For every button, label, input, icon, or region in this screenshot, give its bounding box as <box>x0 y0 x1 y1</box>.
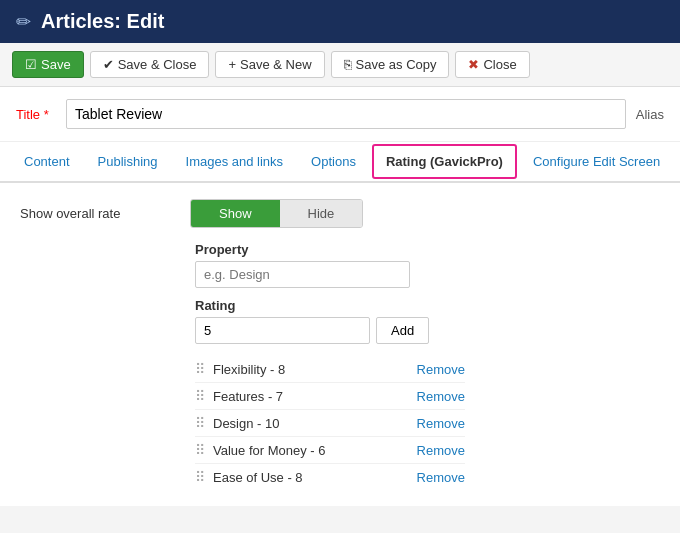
item-text: Design - 10 <box>213 416 417 431</box>
property-label: Property <box>195 242 660 257</box>
item-text: Ease of Use - 8 <box>213 470 417 485</box>
title-label: Title * <box>16 107 56 122</box>
property-rating-section: Property Rating Add ⠿ Flexibility - 8 Re… <box>195 242 660 490</box>
property-input[interactable] <box>195 261 410 288</box>
save-button[interactable]: ☑ Save <box>12 51 84 78</box>
remove-link[interactable]: Remove <box>417 389 465 404</box>
add-button[interactable]: Add <box>376 317 429 344</box>
save-new-button[interactable]: + Save & New <box>215 51 324 78</box>
show-toggle-button[interactable]: Show <box>191 200 280 227</box>
rating-input[interactable] <box>195 317 370 344</box>
save-copy-button[interactable]: ⎘ Save as Copy <box>331 51 450 78</box>
page-title: Articles: Edit <box>41 10 164 33</box>
list-item: ⠿ Flexibility - 8 Remove <box>195 356 465 383</box>
tab-content[interactable]: Content <box>10 144 84 179</box>
tab-images-links[interactable]: Images and links <box>172 144 298 179</box>
item-text: Value for Money - 6 <box>213 443 417 458</box>
title-row: Title * Alias <box>0 87 680 142</box>
copy-icon: ⎘ <box>344 57 352 72</box>
drag-icon[interactable]: ⠿ <box>195 388 205 404</box>
content-area: Title * Alias Content Publishing Images … <box>0 87 680 506</box>
plus-icon: + <box>228 57 236 72</box>
save-close-button[interactable]: ✔ Save & Close <box>90 51 210 78</box>
toolbar: ☑ Save ✔ Save & Close + Save & New ⎘ Sav… <box>0 43 680 87</box>
drag-icon[interactable]: ⠿ <box>195 415 205 431</box>
show-overall-rate-label: Show overall rate <box>20 206 190 221</box>
drag-icon[interactable]: ⠿ <box>195 442 205 458</box>
close-icon: ✖ <box>468 57 479 72</box>
tab-rating[interactable]: Rating (GavickPro) <box>372 144 517 179</box>
close-button[interactable]: ✖ Close <box>455 51 529 78</box>
list-item: ⠿ Design - 10 Remove <box>195 410 465 437</box>
remove-link[interactable]: Remove <box>417 443 465 458</box>
list-item: ⠿ Value for Money - 6 Remove <box>195 437 465 464</box>
edit-icon: ✏ <box>16 11 31 33</box>
drag-icon[interactable]: ⠿ <box>195 361 205 377</box>
item-text: Flexibility - 8 <box>213 362 417 377</box>
main-panel: Show overall rate Show Hide Property Rat… <box>0 183 680 506</box>
remove-link[interactable]: Remove <box>417 470 465 485</box>
checkmark-icon: ✔ <box>103 57 114 72</box>
drag-icon[interactable]: ⠿ <box>195 469 205 485</box>
list-item: ⠿ Ease of Use - 8 Remove <box>195 464 465 490</box>
tab-configure[interactable]: Configure Edit Screen <box>519 144 674 179</box>
tab-options[interactable]: Options <box>297 144 370 179</box>
hide-toggle-button[interactable]: Hide <box>280 200 363 227</box>
title-input[interactable] <box>66 99 626 129</box>
rating-label: Rating <box>195 298 660 313</box>
show-overall-rate-row: Show overall rate Show Hide <box>20 199 660 228</box>
tabs-bar: Content Publishing Images and links Opti… <box>0 142 680 183</box>
remove-link[interactable]: Remove <box>417 416 465 431</box>
rating-list: ⠿ Flexibility - 8 Remove ⠿ Features - 7 … <box>195 356 465 490</box>
tab-publishing[interactable]: Publishing <box>84 144 172 179</box>
list-item: ⠿ Features - 7 Remove <box>195 383 465 410</box>
show-hide-toggle: Show Hide <box>190 199 363 228</box>
alias-label: Alias <box>636 107 664 122</box>
item-text: Features - 7 <box>213 389 417 404</box>
save-check-icon: ☑ <box>25 57 37 72</box>
remove-link[interactable]: Remove <box>417 362 465 377</box>
page-header: ✏ Articles: Edit <box>0 0 680 43</box>
rating-input-row: Add <box>195 317 660 344</box>
